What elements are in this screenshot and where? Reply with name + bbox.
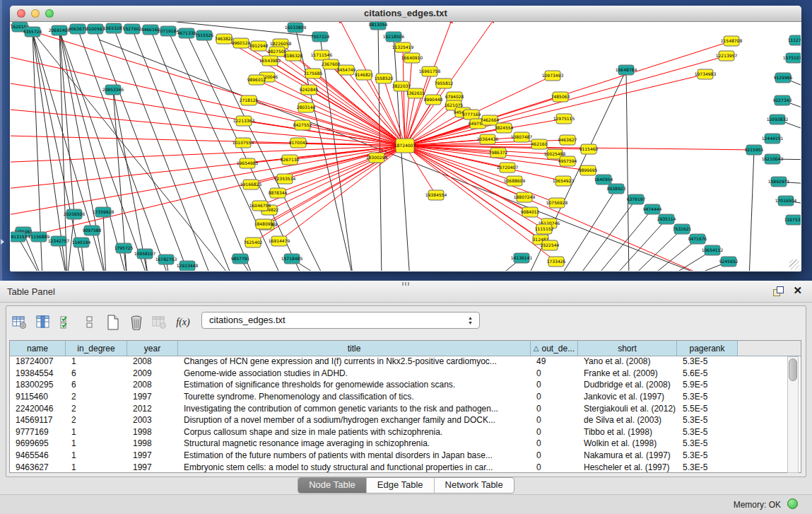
table-select-dropdown[interactable]: citations_edges.txt ▲▼ — [201, 312, 480, 329]
cell-year[interactable]: 2009 — [127, 368, 178, 380]
table-row[interactable]: 969969511998Structural magnetic resonanc… — [10, 438, 801, 450]
table-settings-icon[interactable] — [11, 313, 29, 332]
graph-edge[interactable] — [647, 239, 698, 271]
table-row[interactable]: 946362711997Embryonic stem cells: a mode… — [10, 461, 801, 472]
cell-short[interactable]: Nakamura et al. (1997) — [578, 450, 677, 462]
cell-short[interactable]: Wolkin et al. (1998) — [578, 438, 677, 450]
cell-title[interactable]: Structural magnetic resonance image aver… — [178, 438, 531, 450]
float-window-icon[interactable] — [773, 286, 784, 296]
vertical-scrollbar[interactable] — [787, 356, 799, 473]
cell-name[interactable]: 18724007 — [10, 356, 66, 368]
cell-name[interactable]: 19384554 — [10, 368, 66, 380]
cell-in-degree[interactable]: 1 — [66, 426, 127, 438]
table-row[interactable]: 1830029562008Estimation of significance … — [10, 379, 801, 391]
cell-year[interactable]: 1998 — [127, 426, 178, 438]
new-document-icon[interactable] — [104, 313, 122, 332]
function-builder-icon[interactable]: f(x) — [174, 313, 192, 332]
cell-year[interactable]: 2003 — [127, 414, 178, 426]
column-header-out-degree[interactable]: △out_de... — [531, 341, 578, 356]
cell-year[interactable]: 1997 — [127, 391, 178, 403]
table-row[interactable]: 946554611997Estimation of the future num… — [10, 450, 801, 462]
close-icon[interactable]: ✕ — [793, 284, 802, 297]
cell-short[interactable]: Tibbo et al. (1998) — [578, 426, 677, 438]
cell-name[interactable]: 9463627 — [10, 461, 66, 472]
cell-title[interactable]: Genome-wide association studies in ADHD. — [178, 368, 531, 380]
cell-in-degree[interactable]: 6 — [66, 379, 127, 391]
graph-edge[interactable] — [594, 209, 652, 271]
cell-in-degree[interactable]: 1 — [66, 356, 127, 368]
table-row[interactable]: 911546021997Tourette syndrome. Phenomeno… — [10, 391, 801, 403]
cell-pagerank[interactable]: 5.3E-5 — [677, 356, 738, 368]
cell-year[interactable]: 1997 — [127, 461, 178, 472]
table-row[interactable]: 1872400712008Changes of HCN gene express… — [10, 356, 801, 368]
window-titlebar[interactable]: citations_edges.txt — [10, 6, 801, 22]
scrollbar-thumb[interactable] — [789, 358, 797, 381]
column-header-in-degree[interactable]: in_degree — [66, 341, 127, 356]
cell-short[interactable]: de Silva et al. (2003) — [578, 414, 677, 426]
cell-out-degree[interactable]: 0 — [531, 450, 578, 462]
table-row[interactable]: 2242004622012Investigating the contribut… — [10, 402, 801, 414]
cell-year[interactable]: 2008 — [127, 356, 178, 368]
window-resize-grip[interactable] — [789, 259, 799, 269]
network-window[interactable]: citations_edges.txt 18724007162015443557… — [10, 6, 801, 271]
cell-title[interactable]: Estimation of significance thresholds fo… — [178, 379, 531, 391]
cell-out-degree[interactable]: 0 — [531, 414, 578, 426]
cell-out-degree[interactable]: 0 — [531, 391, 578, 403]
cell-pagerank[interactable]: 5.3E-5 — [677, 450, 738, 462]
cell-short[interactable]: Franke et al. (2009) — [578, 368, 677, 380]
graph-edge[interactable] — [313, 74, 405, 146]
citation-graph[interactable]: 1872400716201544355724206914069063671810… — [11, 22, 801, 271]
cell-year[interactable]: 2008 — [127, 379, 178, 391]
graph-edge[interactable] — [611, 219, 666, 271]
show-column-icon[interactable] — [34, 313, 52, 332]
cell-year[interactable]: 1998 — [127, 438, 178, 450]
cell-title[interactable]: Tourette syndrome. Phenomenology and cla… — [178, 391, 531, 403]
splitter-handle[interactable] — [402, 282, 411, 286]
cell-in-degree[interactable]: 1 — [66, 461, 127, 472]
cell-year[interactable]: 1997 — [127, 450, 178, 462]
cell-name[interactable]: 9777169 — [10, 426, 66, 438]
graph-edge[interactable] — [749, 150, 754, 271]
cell-pagerank[interactable]: 5.5E-5 — [677, 402, 738, 414]
tab-network-table[interactable]: Network Table — [435, 478, 514, 493]
cell-title[interactable]: Investigating the contribution of common… — [178, 402, 531, 414]
cell-name[interactable]: 22420046 — [10, 402, 66, 414]
tab-node-table[interactable]: Node Table — [298, 478, 367, 493]
cell-name[interactable]: 9699695 — [10, 438, 66, 450]
delete-table-icon[interactable] — [127, 313, 146, 332]
cell-in-degree[interactable]: 2 — [66, 414, 127, 426]
cell-out-degree[interactable]: 0 — [531, 402, 578, 414]
graph-edge[interactable] — [378, 25, 382, 271]
cell-title[interactable]: Disruption of a novel member of a sodium… — [178, 414, 531, 426]
tab-edge-table[interactable]: Edge Table — [367, 478, 435, 493]
cell-pagerank[interactable]: 5.6E-5 — [677, 368, 738, 380]
select-attributes-icon[interactable] — [57, 313, 76, 332]
graph-edge[interactable] — [132, 29, 233, 271]
graph-edge[interactable] — [11, 107, 405, 146]
cell-out-degree[interactable]: 0 — [531, 438, 578, 450]
cell-short[interactable]: Jankovic et al. (1997) — [578, 391, 677, 403]
cell-pagerank[interactable]: 5.3E-5 — [677, 391, 738, 403]
cell-title[interactable]: Changes of HCN gene expression and I(f) … — [178, 356, 531, 368]
table-row[interactable]: 977716911998Corpus callosum shape and si… — [10, 426, 801, 438]
cell-short[interactable]: Stergiakouli et al. (2012) — [578, 402, 677, 414]
network-canvas[interactable]: 1872400716201544355724206914069063671810… — [11, 22, 801, 271]
cell-in-degree[interactable]: 1 — [66, 450, 127, 462]
cell-title[interactable]: Embryonic stem cells: a model to study s… — [178, 461, 531, 472]
cell-year[interactable]: 2012 — [127, 402, 178, 414]
cell-out-degree[interactable]: 49 — [531, 356, 578, 368]
cell-pagerank[interactable]: 5.3E-5 — [677, 426, 738, 438]
cell-in-degree[interactable]: 2 — [66, 391, 127, 403]
row-height-icon[interactable] — [81, 313, 99, 332]
cell-in-degree[interactable]: 1 — [66, 438, 127, 450]
cell-in-degree[interactable]: 2 — [66, 402, 127, 414]
cell-name[interactable]: 9465546 — [10, 450, 66, 462]
cell-pagerank[interactable]: 5.3E-5 — [677, 438, 738, 450]
cell-title[interactable]: Corpus callosum shape and size in male p… — [178, 426, 531, 438]
import-table-icon[interactable] — [151, 313, 169, 332]
graph-edge[interactable] — [576, 199, 636, 271]
column-header-short[interactable]: short — [578, 341, 677, 356]
cell-pagerank[interactable]: 5.3E-5 — [677, 461, 738, 472]
cell-in-degree[interactable]: 6 — [66, 368, 127, 380]
column-header-name[interactable]: name — [10, 341, 66, 356]
